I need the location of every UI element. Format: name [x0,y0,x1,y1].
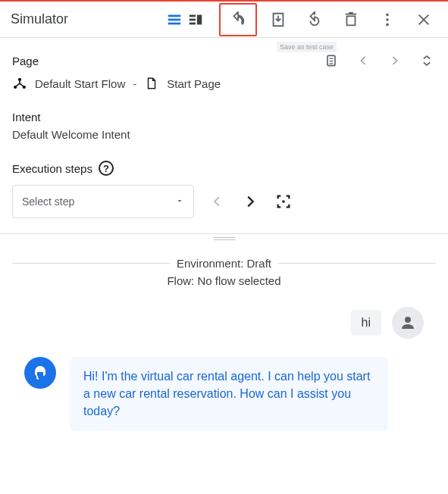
context-flow-value: No flow selected [197,274,280,287]
clipboard-icon[interactable] [322,52,340,70]
bot-avatar [24,357,56,389]
intent-section-title: Intent [12,111,436,123]
svg-rect-3 [190,14,196,17]
page-section-title: Page [12,55,39,67]
tooltip: Save as test case [277,42,337,52]
bot-message-bubble: Hi! I'm the virtual car rental agent. I … [70,357,388,431]
svg-rect-2 [168,22,181,24]
svg-rect-12 [330,61,334,61]
svg-rect-1 [168,18,181,20]
environment-label: Environment: [177,257,243,270]
execution-section-title: Execution steps [12,162,92,175]
svg-rect-13 [330,63,334,64]
page-section-header: Page [12,52,436,70]
context-info: Environment: Draft Flow: No flow selecte… [12,255,436,289]
header-bar: Simulator [0,2,448,38]
context-flow-label: Flow: [167,274,194,287]
svg-point-17 [282,200,285,203]
focus-icon[interactable] [273,191,294,212]
content-panel: Page Default Start Flow - Start Page Int… [0,38,448,431]
user-avatar [392,307,424,339]
delete-icon[interactable] [336,5,366,35]
view-mode-group [164,5,205,35]
svg-point-18 [405,317,411,323]
step-prev-icon[interactable] [206,191,227,212]
undo-icon[interactable] [223,5,253,35]
drag-handle[interactable] [214,237,235,240]
save-test-icon[interactable] [263,5,293,35]
view-list-icon[interactable] [164,5,184,35]
close-icon[interactable] [409,5,439,35]
header-icons [164,3,439,36]
path-separator: - [133,77,136,90]
user-message-bubble: hi [351,310,381,336]
svg-point-7 [386,13,389,16]
svg-point-9 [386,23,389,26]
environment-value: Draft [247,257,272,270]
svg-rect-0 [168,14,181,17]
more-options-icon[interactable] [372,5,403,35]
collapse-icon[interactable] [418,52,436,70]
page-icon [144,76,159,91]
step-select[interactable]: Select step [12,185,194,218]
view-split-icon[interactable] [186,5,205,35]
step-select-placeholder: Select step [22,195,74,208]
execution-controls: Select step [12,185,436,218]
page-path: Default Start Flow - Start Page [12,76,436,91]
step-next-icon[interactable] [240,191,261,212]
help-icon[interactable]: ? [99,161,114,176]
svg-rect-5 [190,22,196,24]
flow-name[interactable]: Default Start Flow [35,77,125,90]
app-title: Simulator [11,11,68,27]
chat-panel: hi Hi! I'm the virtual car rental agent.… [12,289,436,431]
chevron-down-icon [175,195,184,208]
page-next-icon[interactable] [386,52,404,70]
svg-point-14 [18,78,21,81]
highlighted-action [219,3,257,36]
user-message-row: hi [24,307,424,339]
flow-icon [12,76,27,91]
divider [0,233,448,234]
svg-rect-6 [197,14,202,24]
svg-point-8 [386,18,389,21]
page-name[interactable]: Start Page [167,77,221,90]
replay-icon[interactable] [299,5,330,35]
svg-rect-4 [190,18,196,20]
svg-rect-11 [330,58,334,59]
intent-value: Default Welcome Intent [12,128,436,141]
bot-message-row: Hi! I'm the virtual car rental agent. I … [24,357,424,431]
execution-header: Execution steps ? [12,161,436,176]
page-controls [322,52,436,70]
page-prev-icon[interactable] [354,52,372,70]
